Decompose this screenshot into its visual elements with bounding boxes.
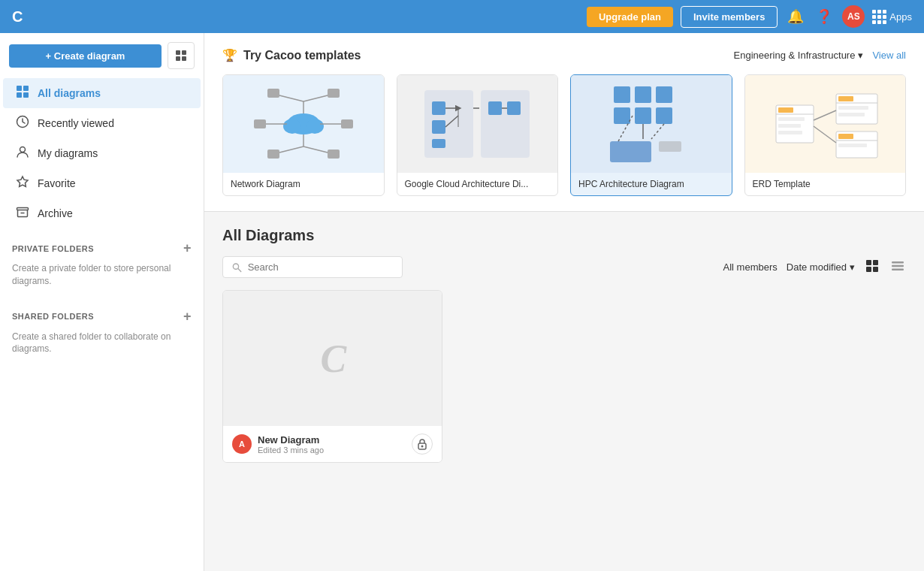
svg-point-66 xyxy=(233,264,238,269)
svg-rect-40 xyxy=(614,107,630,124)
template-thumb-network xyxy=(223,75,384,173)
template-card-erd[interactable]: ERD Template xyxy=(744,74,907,196)
svg-rect-47 xyxy=(610,141,651,162)
svg-line-64 xyxy=(814,110,836,120)
sidebar-item-favorite[interactable]: Favorite xyxy=(3,168,201,198)
network-diagram-svg xyxy=(243,83,364,165)
template-label-network: Network Diagram xyxy=(223,173,384,195)
diagram-time: Edited 3 mins ago xyxy=(258,446,324,455)
header: C Upgrade plan Invite members 🔔 ❓ AS App… xyxy=(0,0,924,33)
svg-rect-10 xyxy=(17,208,29,210)
upgrade-button[interactable]: Upgrade plan xyxy=(587,7,673,27)
diagram-card[interactable]: C A New Diagram Edited 3 mins ago xyxy=(222,290,442,463)
sidebar-item-archive[interactable]: Archive xyxy=(3,198,201,228)
user-avatar[interactable]: AS xyxy=(842,5,865,28)
svg-rect-62 xyxy=(838,134,853,139)
sort-button[interactable]: Date modified ▾ xyxy=(787,261,855,273)
diagram-name: New Diagram xyxy=(258,434,324,446)
recently-viewed-label: Recently viewed xyxy=(38,117,114,129)
add-private-folder-icon[interactable]: + xyxy=(183,240,192,256)
svg-line-67 xyxy=(238,268,241,271)
search-box[interactable] xyxy=(222,256,403,278)
sidebar: + Create diagram xyxy=(0,33,204,571)
svg-rect-7 xyxy=(23,92,29,98)
svg-rect-26 xyxy=(254,119,266,128)
templates-icon-button[interactable] xyxy=(168,42,195,69)
templates-header: 🏆 Try Cacoo templates Engineering & Infr… xyxy=(222,48,906,62)
template-label-gcloud: Google Cloud Architecture Di... xyxy=(397,173,558,195)
search-icon xyxy=(232,262,242,273)
private-folders-section: PRIVATE FOLDERS + xyxy=(0,228,204,259)
templates-title-text: Try Cacoo templates xyxy=(243,49,361,62)
svg-rect-43 xyxy=(656,107,672,124)
svg-rect-41 xyxy=(635,107,651,124)
members-filter-button[interactable]: All members xyxy=(723,261,778,273)
svg-rect-70 xyxy=(866,267,871,272)
svg-rect-69 xyxy=(873,260,878,265)
archive-icon xyxy=(15,205,30,222)
template-card-network[interactable]: Network Diagram xyxy=(222,74,385,196)
svg-rect-0 xyxy=(176,50,180,55)
svg-rect-54 xyxy=(778,131,802,134)
apps-button[interactable]: Apps xyxy=(872,10,912,24)
sidebar-item-all-diagrams[interactable]: All diagrams xyxy=(3,78,201,108)
diagram-footer: A New Diagram Edited 3 mins ago xyxy=(223,426,442,462)
svg-rect-59 xyxy=(838,113,865,116)
sort-chevron-icon: ▾ xyxy=(850,261,855,273)
private-folders-label: PRIVATE FOLDERS xyxy=(12,244,94,253)
template-card-hpc[interactable]: HPC Architecture Diagram xyxy=(570,74,732,196)
templates-section: 🏆 Try Cacoo templates Engineering & Infr… xyxy=(204,33,924,212)
help-icon[interactable]: ❓ xyxy=(814,6,835,27)
svg-rect-1 xyxy=(182,50,186,55)
svg-rect-72 xyxy=(892,261,904,264)
svg-rect-48 xyxy=(659,141,681,152)
private-folders-desc: Create a private folder to store persona… xyxy=(0,259,204,297)
grid-view-button[interactable] xyxy=(864,258,880,277)
diagrams-title: All Diagrams xyxy=(222,227,906,244)
lock-icon[interactable] xyxy=(412,434,433,455)
diagram-avatar: A xyxy=(232,434,252,454)
template-thumb-erd xyxy=(745,75,906,173)
svg-rect-57 xyxy=(838,96,853,101)
sidebar-item-recently-viewed[interactable]: Recently viewed xyxy=(3,108,201,138)
svg-point-76 xyxy=(421,446,423,448)
svg-rect-24 xyxy=(267,150,279,159)
diagram-meta: A New Diagram Edited 3 mins ago xyxy=(232,434,324,455)
shared-folders-desc: Create a shared folder to collaborate on… xyxy=(0,328,204,365)
invite-button[interactable]: Invite members xyxy=(681,6,778,28)
templates-actions: Engineering & Infrastructure ▾ View all xyxy=(734,50,906,61)
svg-rect-22 xyxy=(267,89,279,98)
template-label-hpc: HPC Architecture Diagram xyxy=(571,173,732,195)
create-diagram-button[interactable]: + Create diagram xyxy=(9,44,162,68)
sidebar-create-row: + Create diagram xyxy=(0,42,204,78)
svg-rect-3 xyxy=(182,56,186,61)
add-shared-folder-icon[interactable]: + xyxy=(183,309,192,325)
view-all-link[interactable]: View all xyxy=(872,50,906,61)
svg-point-12 xyxy=(283,119,301,134)
template-card-gcloud[interactable]: Google Cloud Architecture Di... xyxy=(397,74,559,196)
search-input[interactable] xyxy=(248,261,393,273)
my-diagrams-label: My diagrams xyxy=(38,147,98,159)
svg-rect-2 xyxy=(176,56,180,61)
category-dropdown[interactable]: Engineering & Infrastructure ▾ xyxy=(734,50,864,61)
svg-rect-33 xyxy=(488,101,502,115)
svg-rect-4 xyxy=(17,86,22,91)
list-view-button[interactable] xyxy=(889,258,906,277)
svg-rect-29 xyxy=(481,90,530,158)
trophy-emoji: 🏆 xyxy=(222,48,237,62)
svg-rect-27 xyxy=(341,119,353,128)
sidebar-item-my-diagrams[interactable]: My diagrams xyxy=(3,138,201,168)
favorite-icon xyxy=(15,175,30,192)
erd-diagram-svg xyxy=(765,83,885,165)
template-thumb-hpc xyxy=(571,75,732,173)
svg-rect-71 xyxy=(873,267,878,272)
svg-point-13 xyxy=(306,119,324,134)
archive-label: Archive xyxy=(38,207,73,219)
notification-icon[interactable]: 🔔 xyxy=(785,6,806,27)
svg-rect-31 xyxy=(432,120,445,134)
diagrams-section: All Diagrams All members Date modified ▾ xyxy=(204,212,924,571)
all-diagrams-label: All diagrams xyxy=(38,87,101,99)
main-layout: + Create diagram xyxy=(0,33,924,571)
template-label-erd: ERD Template xyxy=(745,173,906,195)
logo: C xyxy=(12,8,23,26)
